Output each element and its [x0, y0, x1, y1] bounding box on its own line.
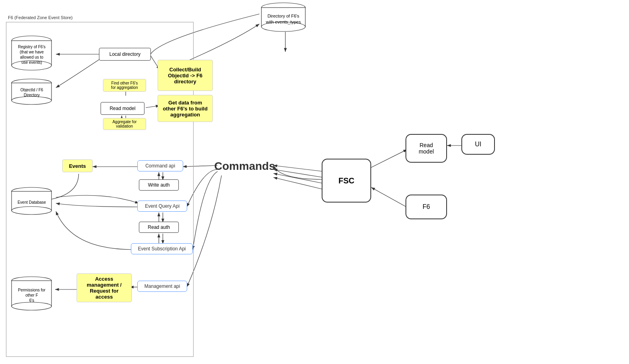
aggregate-validation-label: Aggregate forvalidation [103, 118, 146, 130]
diagram-container: F6 (Federated Zone Event Store) Director… [0, 0, 629, 364]
svg-line-13 [273, 173, 323, 183]
svg-point-37 [12, 207, 51, 214]
get-data-box: Get data fromother F6's to buildaggregat… [158, 95, 213, 122]
svg-line-11 [273, 165, 323, 171]
event-query-api-box: Event Query Api [137, 201, 187, 212]
svg-point-34 [12, 96, 51, 104]
svg-line-14 [273, 177, 323, 189]
registry-f6s-label: Registry of F6's(that we haveallowed us … [16, 44, 47, 65]
read-auth-box: Read auth [139, 222, 179, 233]
event-database-cylinder: Event Database [9, 187, 55, 215]
permissions-f6s-label: Permissions forother F6's [16, 287, 47, 303]
management-api-box: Management api [137, 281, 187, 292]
commands-label: Commands [215, 156, 275, 176]
f6-right-box: F6 [405, 195, 447, 219]
events-box: Events [62, 159, 93, 172]
federated-zone-label: F6 (Federated Zone Event Store) [8, 15, 73, 20]
event-subscription-api-box: Event Subscription Api [131, 243, 193, 254]
local-directory-label: Local directory [109, 51, 140, 57]
directory-f6s-cylinder: Directory of F6'swith events_types [255, 2, 311, 32]
svg-line-12 [273, 169, 323, 177]
write-auth-box: Write auth [139, 179, 179, 191]
objectid-f6-label: ObjectId / F6Directory [19, 87, 45, 98]
read-model-top-box: Read model [101, 102, 144, 115]
read-model-right-box: Readmodel [405, 134, 447, 163]
read-model-top-label: Read model [110, 106, 136, 111]
local-directory-box: Local directory [99, 48, 151, 61]
directory-f6s-label: Directory of F6'swith events_types [264, 13, 302, 25]
permissions-f6s-cylinder: Permissions forother F6's [9, 276, 55, 312]
command-api-box: Command api [137, 160, 183, 171]
access-management-box: Accessmanagement /Request for access [77, 273, 132, 302]
ui-box: UI [461, 134, 495, 155]
svg-line-17 [371, 187, 407, 207]
svg-line-16 [371, 150, 407, 167]
event-database-label: Event Database [16, 200, 47, 205]
fsc-box: FSC [322, 159, 371, 203]
registry-f6s-cylinder: Registry of F6's(that we haveallowed us … [9, 35, 55, 71]
objectid-f6-cylinder: ObjectId / F6Directory [9, 78, 55, 105]
svg-point-40 [12, 302, 51, 310]
find-other-f6s-label: Find other F6'sfor aggregation [103, 79, 146, 92]
collect-build-box: Collect/BuildObjectId -> F6directory [158, 60, 213, 91]
